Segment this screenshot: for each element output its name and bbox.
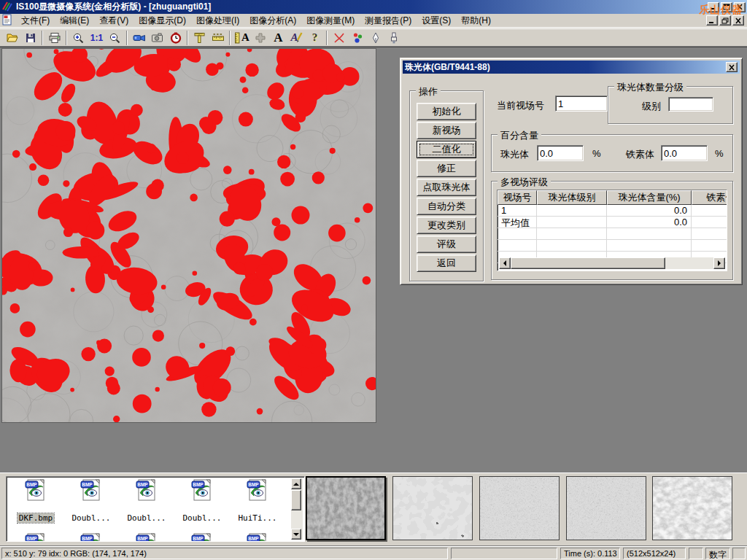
file-item[interactable]: BMP Doubl... xyxy=(63,478,119,523)
status-mode: 数字 xyxy=(705,548,730,559)
file-item[interactable]: BMP xyxy=(230,532,285,542)
menu-image-display[interactable]: 图像显示(D) xyxy=(133,13,191,28)
pearlite-percent-input[interactable] xyxy=(537,145,584,161)
col-field[interactable]: 视场号 xyxy=(498,190,537,205)
table-row[interactable]: 平均值 0.0 xyxy=(498,217,727,228)
menu-help[interactable]: 帮助(H) xyxy=(456,13,496,28)
curve-tool-button[interactable] xyxy=(330,30,348,46)
menu-settings[interactable]: 设置(S) xyxy=(417,13,456,28)
auto-classify-button[interactable]: 自动分类 xyxy=(417,198,476,215)
pick-pearlite-button[interactable]: 点取珠光体 xyxy=(417,179,476,196)
brush-tool-button[interactable] xyxy=(384,30,403,46)
file-list[interactable]: BMP DKF.bmp BMP Doubl... BMP Doubl... BM… xyxy=(6,476,305,542)
document-icon[interactable] xyxy=(1,14,13,28)
zoom-out-button[interactable] xyxy=(106,30,124,46)
video-camera-button[interactable] xyxy=(130,30,148,46)
ruler-button[interactable] xyxy=(209,30,227,46)
file-name[interactable]: Doubl... xyxy=(71,513,112,523)
child-close-button[interactable] xyxy=(732,15,744,26)
pen-tool-button[interactable] xyxy=(366,30,384,46)
col-pearlite[interactable]: 珠光体含量(%) xyxy=(607,190,692,205)
file-name[interactable]: HuiTi... xyxy=(237,513,279,523)
menu-measure-report[interactable]: 测量报告(P) xyxy=(360,13,417,28)
file-item[interactable]: BMP xyxy=(63,532,119,542)
thumbnail-3[interactable] xyxy=(479,476,560,540)
col-ferrite[interactable]: 铁素体 xyxy=(692,190,727,205)
menu-image-analysis[interactable]: 图像分析(A) xyxy=(244,13,301,28)
bmp-file-icon: BMP xyxy=(63,532,119,542)
correct-button[interactable]: 修正 xyxy=(417,160,476,177)
grading-group: 珠光体数量分级 级别 xyxy=(608,86,733,124)
edit-text-button[interactable]: A xyxy=(287,30,306,46)
thumbnail-5[interactable] xyxy=(652,476,732,540)
metallographic-image[interactable] xyxy=(2,49,376,422)
file-item[interactable]: BMP xyxy=(8,532,63,542)
timer-button[interactable] xyxy=(166,30,185,46)
file-name[interactable]: DKF.bmp xyxy=(18,513,54,523)
save-button[interactable] xyxy=(21,30,39,46)
current-field-input[interactable] xyxy=(555,96,608,112)
init-button[interactable]: 初始化 xyxy=(417,103,476,120)
scroll-thumb[interactable] xyxy=(291,490,301,510)
thumbnail-1[interactable] xyxy=(306,476,386,540)
move-tool-button[interactable] xyxy=(251,30,269,46)
rate-button[interactable]: 评级 xyxy=(417,236,476,253)
calibrate-button[interactable]: A xyxy=(233,30,251,46)
menu-file[interactable]: 文件(F) xyxy=(16,13,55,28)
menu-view[interactable]: 查看(V) xyxy=(94,13,133,28)
ferrite-percent-input[interactable] xyxy=(661,145,708,161)
file-item[interactable]: BMP DKF.bmp xyxy=(8,478,63,523)
svg-text:BMP: BMP xyxy=(82,536,93,541)
scroll-left-button[interactable] xyxy=(499,257,511,269)
title-bar: IS100显微摄像系统(金相分析版) - [zhuguangti01] xyxy=(0,0,747,14)
file-item[interactable]: BMP xyxy=(119,532,174,542)
marker-tool-button[interactable] xyxy=(348,30,366,46)
bmp-file-icon: BMP xyxy=(174,478,230,502)
menu-edit[interactable]: 编辑(E) xyxy=(55,13,94,28)
svg-text:BMP: BMP xyxy=(26,536,37,541)
file-item[interactable]: BMP xyxy=(174,532,230,542)
scroll-down-button[interactable] xyxy=(291,529,301,540)
file-item[interactable]: BMP Doubl... xyxy=(119,478,174,523)
rating-table[interactable]: 视场号 珠光体级别 珠光体含量(%) 铁素体 1 0.0 平均值 0.0 xyxy=(497,190,727,271)
file-name[interactable]: Doubl... xyxy=(182,513,223,523)
table-header: 视场号 珠光体级别 珠光体含量(%) 铁素体 xyxy=(498,190,727,205)
close-button[interactable] xyxy=(734,2,746,12)
file-list-scrollbar[interactable] xyxy=(291,478,303,540)
scroll-right-button[interactable] xyxy=(713,257,725,269)
level-label: 级别 xyxy=(642,100,661,113)
scroll-up-button[interactable] xyxy=(291,478,301,489)
actual-size-button[interactable]: 1:1 xyxy=(88,30,106,46)
return-button[interactable]: 返回 xyxy=(417,254,476,272)
caliper-button[interactable] xyxy=(190,30,209,46)
change-class-button[interactable]: 更改类别 xyxy=(417,217,476,234)
help-button[interactable]: ? xyxy=(306,30,324,46)
new-field-button[interactable]: 新视场 xyxy=(417,122,476,139)
level-input[interactable] xyxy=(668,97,713,112)
scroll-thumb[interactable] xyxy=(511,257,665,269)
table-row[interactable]: 1 0.0 xyxy=(498,205,727,217)
child-restore-button[interactable] xyxy=(719,15,731,26)
file-item[interactable]: BMP Doubl... xyxy=(174,478,230,523)
binarize-button[interactable]: 二值化 xyxy=(417,141,476,158)
menu-image-measure[interactable]: 图像测量(M) xyxy=(301,13,360,28)
maximize-button[interactable] xyxy=(721,2,732,12)
table-hscrollbar[interactable] xyxy=(499,257,725,269)
child-minimize-button[interactable] xyxy=(706,15,718,26)
minimize-button[interactable] xyxy=(708,2,719,12)
text-tool-button[interactable]: A xyxy=(269,30,287,46)
print-button[interactable] xyxy=(45,30,63,46)
file-name[interactable]: Doubl... xyxy=(126,513,168,523)
toolbar-separator xyxy=(326,31,328,45)
file-item[interactable]: BMP HuiTi... xyxy=(230,478,285,523)
thumbnail-2[interactable] xyxy=(392,476,473,540)
window-title: IS100显微摄像系统(金相分析版) - [zhuguangti01] xyxy=(16,1,211,13)
thumbnail-4[interactable] xyxy=(566,476,646,540)
ferrite-unit: % xyxy=(715,148,724,159)
camera-button[interactable] xyxy=(148,30,166,46)
zoom-in-button[interactable] xyxy=(69,30,88,46)
menu-image-processing[interactable]: 图像处理(I) xyxy=(191,13,244,28)
open-button[interactable] xyxy=(3,30,21,46)
dialog-close-button[interactable] xyxy=(726,62,738,72)
col-grade[interactable]: 珠光体级别 xyxy=(537,190,607,205)
